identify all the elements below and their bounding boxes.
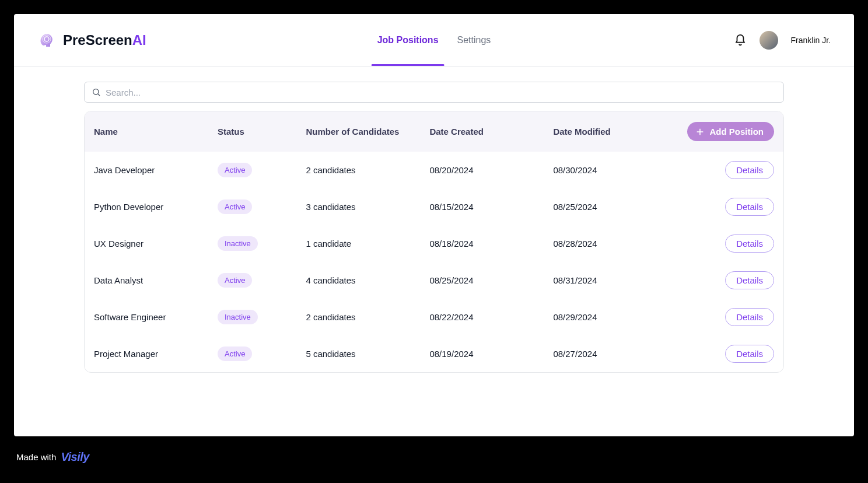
watermark-prefix: Made with [16, 452, 56, 462]
table-row: UX DesignerInactive1 candidate08/18/2024… [85, 225, 783, 262]
cell-name: Software Engineer [94, 312, 218, 322]
plus-icon [695, 127, 705, 136]
table-header: Name Status Number of Candidates Date Cr… [85, 111, 783, 152]
cell-name: Data Analyst [94, 275, 218, 285]
cell-modified: 08/27/2024 [553, 349, 677, 359]
col-modified: Date Modified [553, 127, 677, 136]
positions-table: Name Status Number of Candidates Date Cr… [84, 111, 784, 373]
cell-modified: 08/31/2024 [553, 275, 677, 285]
cell-status: Active [218, 163, 306, 177]
table-body: Java DeveloperActive2 candidates08/20/20… [85, 152, 783, 372]
status-badge: Active [218, 163, 252, 177]
table-row: Java DeveloperActive2 candidates08/20/20… [85, 152, 783, 188]
search-box[interactable] [84, 82, 784, 103]
cell-candidates: 2 candidates [306, 312, 429, 322]
cell-created: 08/19/2024 [429, 349, 553, 359]
cell-created: 08/22/2024 [429, 312, 553, 322]
col-status: Status [218, 127, 306, 136]
tab-job-positions[interactable]: Job Positions [376, 14, 440, 66]
top-nav: Job Positions Settings [376, 14, 492, 66]
status-badge: Active [218, 346, 252, 361]
app-window: PreScreenAI Job Positions Settings Frank… [14, 14, 854, 436]
status-badge: Inactive [218, 310, 258, 324]
cell-status: Active [218, 200, 306, 214]
details-button[interactable]: Details [725, 198, 774, 216]
tab-settings[interactable]: Settings [456, 14, 492, 66]
cell-candidates: 1 candidate [306, 239, 429, 249]
watermark: Made with Visily [0, 450, 868, 474]
col-candidates: Number of Candidates [306, 127, 429, 136]
cell-status: Active [218, 273, 306, 288]
cell-created: 08/18/2024 [429, 239, 553, 249]
status-badge: Inactive [218, 236, 258, 251]
search-icon [92, 88, 101, 97]
details-button[interactable]: Details [725, 235, 774, 253]
content: Name Status Number of Candidates Date Cr… [14, 66, 854, 390]
col-created: Date Created [429, 127, 553, 136]
header: PreScreenAI Job Positions Settings Frank… [14, 14, 854, 66]
search-input[interactable] [106, 88, 776, 97]
cell-name: Project Manager [94, 349, 218, 359]
col-name: Name [94, 127, 218, 136]
table-row: Python DeveloperActive3 candidates08/15/… [85, 188, 783, 225]
details-button[interactable]: Details [725, 161, 774, 179]
table-row: Data AnalystActive4 candidates08/25/2024… [85, 262, 783, 299]
cell-candidates: 5 candidates [306, 349, 429, 359]
status-badge: Active [218, 200, 252, 214]
cell-modified: 08/30/2024 [553, 165, 677, 175]
cell-candidates: 4 candidates [306, 275, 429, 285]
cell-modified: 08/25/2024 [553, 202, 677, 212]
watermark-brand: Visily [61, 450, 89, 464]
cell-modified: 08/28/2024 [553, 239, 677, 249]
add-position-label: Add Position [709, 127, 764, 136]
cell-created: 08/25/2024 [429, 275, 553, 285]
cell-status: Inactive [218, 236, 306, 251]
details-button[interactable]: Details [725, 345, 774, 363]
header-right: Franklin Jr. [734, 31, 831, 50]
cell-created: 08/20/2024 [429, 165, 553, 175]
cell-candidates: 2 candidates [306, 165, 429, 175]
table-row: Project ManagerActive5 candidates08/19/2… [85, 335, 783, 372]
cell-modified: 08/29/2024 [553, 312, 677, 322]
status-badge: Active [218, 273, 252, 288]
cell-name: Python Developer [94, 202, 218, 212]
cell-name: UX Designer [94, 239, 218, 249]
cell-status: Active [218, 346, 306, 361]
cell-candidates: 3 candidates [306, 202, 429, 212]
brain-head-icon [37, 31, 56, 50]
user-name: Franklin Jr. [791, 36, 831, 45]
add-position-button[interactable]: Add Position [687, 122, 774, 141]
svg-line-3 [98, 94, 100, 96]
cell-name: Java Developer [94, 165, 218, 175]
bell-icon[interactable] [734, 34, 747, 47]
details-button[interactable]: Details [725, 308, 774, 326]
logo: PreScreenAI [37, 31, 146, 50]
details-button[interactable]: Details [725, 271, 774, 289]
brand-text: PreScreenAI [63, 32, 146, 48]
cell-created: 08/15/2024 [429, 202, 553, 212]
svg-point-2 [93, 89, 99, 94]
cell-status: Inactive [218, 310, 306, 324]
table-row: Software EngineerInactive2 candidates08/… [85, 299, 783, 335]
avatar[interactable] [760, 31, 778, 50]
